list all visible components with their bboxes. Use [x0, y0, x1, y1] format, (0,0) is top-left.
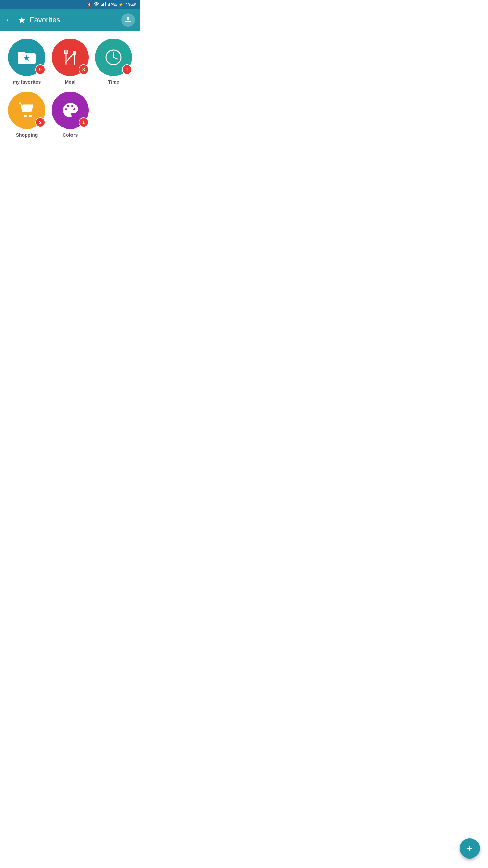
battery-icon: ⚡: [118, 2, 123, 7]
app-title: Favorites: [29, 16, 60, 24]
star-icon: ★: [18, 15, 26, 26]
time-circle-wrapper: 1: [95, 39, 132, 76]
wifi-icon: [94, 2, 99, 7]
category-colors[interactable]: 1 Colors: [50, 92, 90, 138]
svg-point-19: [24, 115, 27, 117]
main-content: 9 my favorites: [0, 31, 140, 146]
svg-rect-2: [102, 4, 103, 6]
svg-point-24: [73, 108, 75, 110]
my-favorites-label: my favorites: [13, 79, 41, 85]
back-button[interactable]: ←: [5, 16, 13, 24]
palette-icon: [62, 102, 79, 119]
shopping-circle-wrapper: 2: [8, 92, 45, 129]
meal-icon: [63, 49, 78, 66]
meal-circle-wrapper: 3: [52, 39, 89, 76]
favorites-grid: 9 my favorites: [7, 39, 134, 138]
category-shopping[interactable]: 2 Shopping: [7, 92, 47, 138]
svg-rect-3: [103, 3, 104, 6]
shopping-label: Shopping: [16, 132, 38, 138]
category-meal[interactable]: 3 Meal: [50, 39, 90, 85]
my-favorites-badge: 9: [35, 64, 45, 75]
colors-badge: 1: [79, 117, 89, 127]
cart-icon: [18, 102, 36, 118]
colors-label: Colors: [63, 132, 78, 138]
download-button[interactable]: [121, 13, 135, 27]
svg-point-21: [65, 108, 67, 110]
colors-circle-wrapper: 1: [52, 92, 89, 129]
svg-rect-4: [105, 2, 106, 6]
svg-point-18: [113, 57, 114, 58]
app-bar-left: ← ★ Favorites: [5, 15, 60, 26]
battery-text: 42%: [108, 2, 117, 7]
status-bar: 🔇 42% ⚡ 20:48: [0, 0, 140, 9]
signal-icon: [101, 2, 106, 7]
meal-label: Meal: [65, 79, 75, 85]
meal-badge: 3: [79, 64, 89, 75]
time-text: 20:48: [125, 2, 136, 7]
svg-rect-5: [125, 21, 131, 22]
app-bar-title-group: ★ Favorites: [18, 15, 60, 26]
svg-point-22: [67, 105, 69, 107]
mute-icon: 🔇: [87, 2, 92, 7]
shopping-badge: 2: [35, 117, 45, 127]
app-bar: ← ★ Favorites: [0, 9, 140, 31]
svg-point-23: [71, 105, 73, 107]
folder-star-icon: [18, 50, 36, 65]
svg-rect-1: [101, 5, 102, 6]
svg-point-20: [29, 115, 32, 117]
status-icons: 🔇 42% ⚡ 20:48: [87, 2, 136, 7]
category-my-favorites[interactable]: 9 my favorites: [7, 39, 47, 85]
clock-icon: [105, 49, 122, 66]
download-icon: [124, 16, 132, 25]
my-favorites-circle-wrapper: 9: [8, 39, 45, 76]
time-label: Time: [108, 79, 119, 85]
category-time[interactable]: 1 Time: [94, 39, 134, 85]
svg-point-0: [96, 5, 97, 6]
time-badge: 1: [122, 64, 132, 75]
